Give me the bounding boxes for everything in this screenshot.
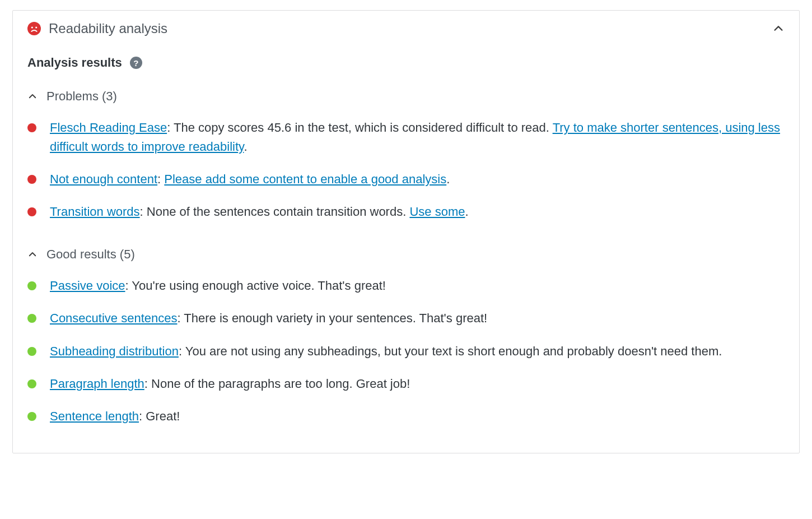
problems-group-label: Problems (3): [46, 89, 117, 104]
chevron-up-icon[interactable]: [27, 249, 38, 260]
notenough-advice-link[interactable]: Please add some content to enable a good…: [164, 172, 446, 186]
svg-point-1: [31, 26, 33, 28]
sad-face-icon: [27, 22, 41, 35]
list-item: Sentence length: Great!: [27, 400, 785, 433]
notenough-link[interactable]: Not enough content: [50, 172, 157, 186]
svg-point-0: [27, 22, 41, 35]
transition-link[interactable]: Transition words: [50, 205, 140, 219]
sentence-length-link[interactable]: Sentence length: [50, 409, 139, 423]
status-dot-icon: [27, 281, 36, 290]
spacer: [13, 438, 799, 453]
item-body: Flesch Reading Ease: The copy scores 45.…: [50, 118, 785, 156]
good-results-group-label: Good results (5): [46, 247, 135, 262]
status-dot-icon: [27, 412, 36, 421]
status-dot-icon: [27, 123, 36, 132]
item-body: Paragraph length: None of the paragraphs…: [50, 374, 785, 393]
item-body: Not enough content: Please add some cont…: [50, 170, 785, 189]
status-dot-icon: [27, 207, 36, 216]
analysis-results-header: Analysis results ?: [13, 40, 799, 76]
chevron-up-icon[interactable]: [772, 22, 785, 35]
svg-point-2: [35, 26, 37, 28]
panel-header[interactable]: Readability analysis: [13, 11, 799, 40]
subheading-link[interactable]: Subheading distribution: [50, 344, 179, 358]
item-body: Passive voice: You're using enough activ…: [50, 276, 785, 295]
transition-advice-link[interactable]: Use some: [409, 205, 465, 219]
help-icon[interactable]: ?: [130, 57, 142, 69]
item-body: Subheading distribution: You are not usi…: [50, 342, 785, 361]
status-dot-icon: [27, 314, 36, 323]
list-item: Subheading distribution: You are not usi…: [27, 335, 785, 368]
readability-panel: Readability analysis Analysis results ? …: [12, 10, 800, 453]
passive-voice-link[interactable]: Passive voice: [50, 279, 125, 293]
consecutive-sentences-link[interactable]: Consecutive sentences: [50, 311, 177, 325]
analysis-results-title: Analysis results: [27, 55, 122, 70]
list-item: Passive voice: You're using enough activ…: [27, 270, 785, 302]
list-item: Not enough content: Please add some cont…: [27, 163, 785, 196]
status-dot-icon: [27, 379, 36, 388]
list-item: Consecutive sentences: There is enough v…: [27, 302, 785, 335]
list-item: Transition words: None of the sentences …: [27, 196, 785, 228]
paragraph-length-link[interactable]: Paragraph length: [50, 377, 144, 391]
item-body: Transition words: None of the sentences …: [50, 202, 785, 221]
list-item: Paragraph length: None of the paragraphs…: [27, 368, 785, 400]
item-body: Sentence length: Great!: [50, 407, 785, 426]
panel-title: Readability analysis: [49, 21, 772, 36]
status-dot-icon: [27, 175, 36, 184]
problems-group-header[interactable]: Problems (3): [13, 76, 799, 108]
good-results-group-header[interactable]: Good results (5): [13, 234, 799, 266]
item-body: Consecutive sentences: There is enough v…: [50, 309, 785, 328]
flesch-link[interactable]: Flesch Reading Ease: [50, 121, 167, 135]
good-results-list: Passive voice: You're using enough activ…: [13, 266, 799, 438]
list-item: Flesch Reading Ease: The copy scores 45.…: [27, 112, 785, 163]
status-dot-icon: [27, 347, 36, 356]
problems-list: Flesch Reading Ease: The copy scores 45.…: [13, 108, 799, 234]
chevron-up-icon[interactable]: [27, 91, 38, 101]
